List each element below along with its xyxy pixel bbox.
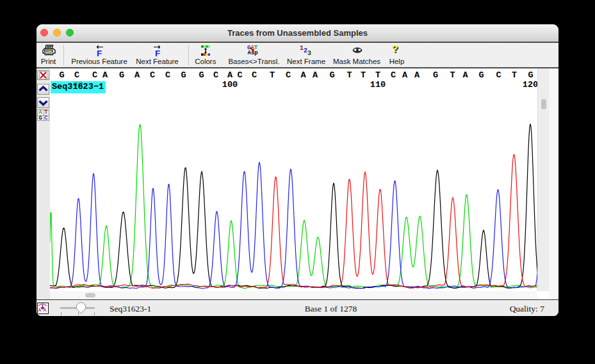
svg-text:F: F xyxy=(97,48,102,57)
svg-text:F: F xyxy=(154,48,159,57)
